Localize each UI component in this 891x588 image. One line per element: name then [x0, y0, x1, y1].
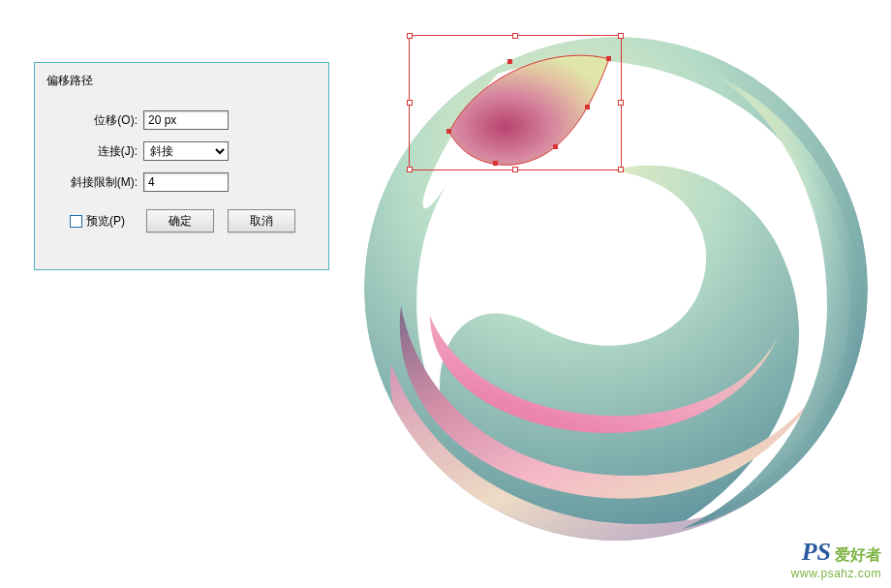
watermark-url: www.psahz.com	[791, 567, 881, 580]
svg-rect-4	[606, 56, 611, 61]
preview-label: 预览(P)	[86, 213, 125, 230]
svg-rect-2	[446, 129, 451, 134]
join-label: 连接(J):	[60, 143, 143, 160]
svg-rect-7	[493, 161, 498, 166]
dialog-title: 偏移路径	[43, 71, 321, 91]
miter-field-row: 斜接限制(M):	[43, 172, 321, 192]
canvas-artwork	[362, 35, 870, 542]
svg-rect-3	[507, 59, 512, 64]
offset-path-dialog: 偏移路径 位移(O): 连接(J): 斜接 斜接限制(M): 预览(P) 确定 …	[34, 62, 329, 270]
join-select[interactable]: 斜接	[143, 141, 229, 161]
offset-input[interactable]	[143, 110, 229, 130]
watermark-ps: PS	[802, 538, 831, 567]
offset-label: 位移(O):	[60, 112, 143, 129]
preview-checkbox[interactable]	[70, 215, 82, 228]
svg-rect-5	[585, 105, 590, 109]
miter-label: 斜接限制(M):	[60, 174, 143, 191]
preview-checkbox-wrap[interactable]: 预览(P)	[70, 213, 125, 230]
dialog-button-row: 预览(P) 确定 取消	[43, 209, 321, 232]
cancel-button[interactable]: 取消	[228, 209, 295, 232]
offset-field-row: 位移(O):	[43, 110, 321, 130]
watermark-cn: 爱好者	[835, 545, 881, 566]
svg-rect-6	[553, 144, 558, 149]
watermark: PS 爱好者 www.psahz.com	[791, 538, 881, 580]
miter-input[interactable]	[143, 172, 229, 192]
watermark-logo: PS 爱好者	[791, 538, 881, 567]
ok-button[interactable]: 确定	[146, 209, 214, 232]
join-field-row: 连接(J): 斜接	[43, 141, 321, 161]
